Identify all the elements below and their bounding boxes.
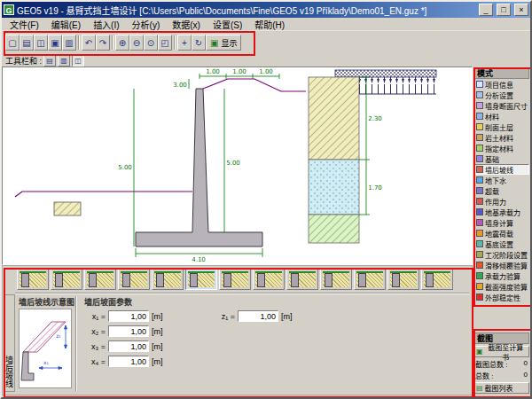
terrain-shape-template-7[interactable] [219, 269, 251, 290]
terrain-shape-template-3[interactable] [84, 269, 116, 290]
terrain-shape-icon [20, 271, 46, 287]
terrain-shape-template-13[interactable] [421, 269, 453, 290]
mode-item-section-check[interactable]: 截面强度验算 [473, 281, 529, 292]
terrain-shape-template-5[interactable] [152, 269, 184, 290]
mode-item-verification[interactable]: 滑移倾覆验算 [473, 260, 529, 270]
mode-item-earthquake[interactable]: 地震荷载 [473, 228, 529, 239]
display-button[interactable]: ▣ 显示 [206, 35, 241, 51]
mode-item-stage-settings[interactable]: 工况阶段设置 [473, 249, 529, 260]
mode-item-label: 截面强度验算 [485, 282, 528, 292]
terrain-shape-icon [188, 271, 215, 287]
terrain-schematic: x₁ z₁ [19, 309, 72, 388]
zoom-window-button[interactable]: ◰ [158, 35, 172, 51]
menu-data[interactable]: 数据(x) [166, 17, 207, 32]
menu-insert[interactable]: 插入(I) [87, 17, 125, 32]
terrain-shape-template-6[interactable] [185, 269, 217, 290]
add-picture-icon: ▣ [476, 348, 483, 356]
panel-divider [15, 293, 469, 294]
display-label: 显示 [221, 37, 237, 49]
close-button[interactable]: × [514, 4, 528, 16]
x1-field[interactable] [108, 310, 149, 322]
menu-edit[interactable]: 编辑(E) [45, 17, 87, 32]
terrain-shape-template-12[interactable] [387, 269, 419, 290]
open-file-button[interactable]: ▤ [20, 35, 34, 51]
copy-button[interactable]: ▥ [62, 35, 76, 51]
zoom-in-button[interactable]: ⊕ [115, 35, 129, 51]
mode-item-bearing-verification[interactable]: 承载力验算 [473, 270, 529, 281]
pan-button[interactable]: + [177, 35, 192, 51]
menu-help[interactable]: 帮助(H) [248, 17, 291, 32]
applied-forces-icon [476, 198, 483, 205]
terrain-line [15, 79, 306, 197]
x2-label: x₂ = [84, 327, 106, 336]
dimension-label: 1.00 [206, 68, 220, 75]
frames-toggle-button[interactable]: ▤ [43, 55, 56, 66]
picture-list-button[interactable]: ▤ 截图列表 [473, 382, 529, 394]
terrain-shape-template-4[interactable] [118, 269, 150, 290]
mode-item-label: 地基承载力 [485, 207, 520, 217]
print-button[interactable]: ▣ [48, 35, 62, 51]
mode-item-label: 分析设置 [485, 90, 513, 100]
open-file-icon: ▤ [22, 38, 30, 48]
maximize-button[interactable]: □ [497, 4, 511, 16]
x2-field[interactable] [108, 325, 149, 337]
mode-item-soils[interactable]: 岩土材料 [473, 132, 529, 143]
minimize-button[interactable]: _ [479, 4, 493, 16]
terrain-shape-template-1[interactable] [17, 269, 49, 290]
new-file-button[interactable]: ▢ [5, 35, 20, 51]
terrain-shape-icon [356, 271, 383, 287]
mode-item-base-settings[interactable]: 基底设置 [473, 239, 529, 249]
terrain-shape-template-8[interactable] [253, 269, 285, 290]
zoom-out-button[interactable]: ⊖ [129, 35, 144, 51]
pan-icon: + [182, 38, 187, 48]
assign-material-icon [476, 145, 483, 152]
menu-file[interactable]: 文件(F) [4, 17, 45, 32]
redo-button[interactable]: ↷ [96, 35, 110, 51]
mode-item-wall-check[interactable]: 墙身计算 [473, 217, 529, 228]
mode-item-foundation[interactable]: 基础 [473, 153, 529, 164]
terrain-shape-icon [53, 271, 80, 287]
mode-item-external-stability[interactable]: 外部稳定性 [473, 292, 529, 302]
pictures-panel: 截图 ▣ 截图至计算书 截图总数 : 0 总数 : 0 ▤ 截图列表 [473, 332, 529, 395]
mode-item-wall-geometry[interactable]: 墙身断面尺寸 [473, 100, 529, 111]
secondary-toolbar-label: 工具栏和 : [5, 55, 42, 66]
menu-analysis[interactable]: 分析(y) [126, 17, 167, 32]
toolbar-separator [112, 35, 113, 50]
mode-item-applied-forces[interactable]: 作用力 [473, 196, 529, 207]
terrain-shape-template-11[interactable] [354, 269, 386, 290]
undo-button[interactable]: ↶ [82, 35, 96, 51]
frame-tab-terrain[interactable]: 墙后坡线 [4, 294, 15, 392]
zoom-extents-button[interactable]: ⊙ [144, 35, 158, 51]
mode-item-soil-profile[interactable]: 削面土层 [473, 121, 529, 132]
mode-item-label: 地震荷载 [485, 229, 513, 239]
mode-item-assign-material[interactable]: 指定材料 [473, 143, 529, 153]
toolbar-separator [78, 35, 80, 50]
mode-item-analysis-settings[interactable]: 分析设置 [473, 90, 529, 100]
mode-item-bearing-capacity[interactable]: 地基承载力 [473, 207, 529, 217]
x4-field[interactable] [108, 356, 149, 367]
mode-item-terrain[interactable]: 墙后坡线 [473, 164, 529, 175]
refresh-button[interactable]: ↻ [192, 35, 206, 51]
wall-cross-section [136, 89, 262, 246]
pictures-toggle-button[interactable]: ▥ [58, 55, 70, 66]
mode-item-water[interactable]: 地下水 [473, 175, 529, 185]
terrain-shape-template-9[interactable] [286, 269, 318, 290]
z1-field[interactable] [238, 310, 278, 322]
add-picture-button[interactable]: ▣ 截图至计算书 [473, 346, 529, 357]
drawing-area[interactable]: 1.00 1.00 1.00 3.00 5.00 5.00 4.10 2.30 … [2, 66, 473, 265]
z1-unit: [m] [281, 312, 293, 321]
terrain-shape-template-2[interactable] [51, 269, 82, 290]
x3-field[interactable] [108, 340, 149, 352]
mode-item-material[interactable]: 材料 [473, 111, 529, 121]
mode-item-surcharge[interactable]: 超载 [473, 185, 529, 196]
soils-icon [476, 134, 483, 141]
save-button[interactable]: ◫ [34, 35, 48, 51]
table-toggle-button[interactable]: ◫ [72, 55, 84, 66]
menu-settings[interactable]: 设置(S) [207, 17, 248, 32]
dimension-label: 2.30 [368, 115, 382, 122]
mode-item-project-info[interactable]: 项目信息 [473, 79, 529, 90]
schematic-x-label: x₁ [43, 359, 50, 365]
terrain-shape-icon [323, 271, 349, 287]
schematic-z-label: z₁ [56, 332, 61, 339]
terrain-shape-template-10[interactable] [320, 269, 352, 290]
